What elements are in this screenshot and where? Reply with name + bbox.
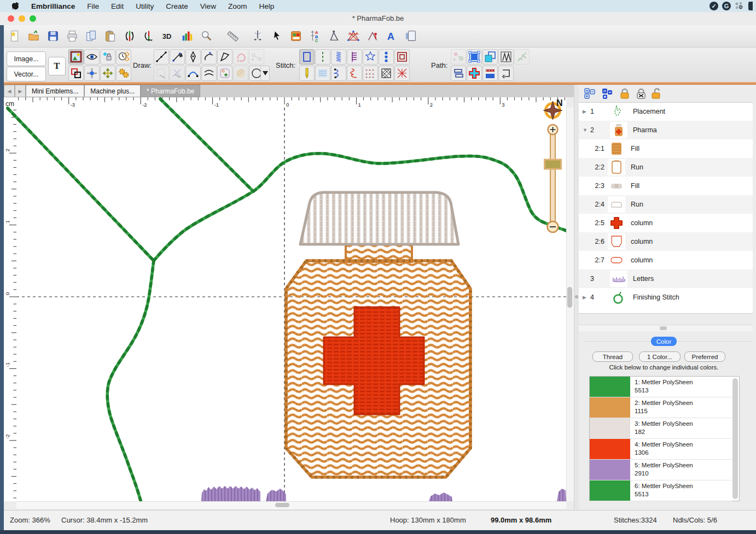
status-clipped-icon[interactable]: [748, 2, 753, 10]
one-color-button[interactable]: 1 Color...: [639, 351, 681, 362]
menu-edit[interactable]: Edit: [111, 2, 124, 10]
canvas-vertical-scroll-thumb[interactable]: [567, 287, 572, 308]
tab-scroll-right-button[interactable]: ▶: [15, 85, 26, 97]
thread-swatch[interactable]: [590, 418, 630, 438]
lettering-button[interactable]: ABC: [307, 28, 323, 44]
duplicate-shape-icon[interactable]: [482, 49, 498, 64]
crosshatch-fill-icon[interactable]: [379, 66, 394, 81]
object-row-2-1[interactable]: 2:1 Fill: [579, 139, 753, 158]
motif-fill-icon[interactable]: + + ++ + ++ + +: [363, 66, 378, 81]
color-file-button[interactable]: [288, 28, 304, 44]
connect-nodes-icon[interactable]: [249, 49, 264, 64]
gears-settings-icon[interactable]: [116, 66, 131, 81]
add-hole-icon[interactable]: [217, 66, 232, 81]
fill-dots-icon[interactable]: [315, 66, 330, 81]
bean-stitch-icon[interactable]: [379, 49, 394, 64]
cross-stitch-icon[interactable]: [394, 66, 410, 81]
design-canvas[interactable]: [16, 108, 566, 501]
image-button[interactable]: Image...: [7, 51, 46, 66]
path-nodes-icon[interactable]: [451, 49, 466, 64]
outline-cross-icon[interactable]: [467, 66, 482, 81]
text-mode-button[interactable]: T: [48, 57, 66, 75]
preferred-button[interactable]: Preferred: [684, 351, 725, 362]
pen-points-icon[interactable]: [170, 49, 185, 64]
menu-create[interactable]: Create: [166, 2, 188, 10]
flip-horizontal-button[interactable]: [122, 28, 137, 44]
blanket-stitch-icon[interactable]: [347, 49, 362, 64]
thread-color-row[interactable]: 4: Mettler PolySheen 1306: [590, 439, 732, 460]
canvas-horizontal-scrollbar[interactable]: [16, 501, 566, 509]
expand-selection-icon[interactable]: [467, 49, 482, 64]
zigzag-path-icon[interactable]: [498, 49, 514, 64]
polygon-tool-icon[interactable]: [217, 49, 232, 64]
print-button[interactable]: [65, 28, 80, 44]
object-row-2-2[interactable]: 2:2 Run: [579, 158, 753, 177]
menu-view[interactable]: View: [200, 2, 216, 10]
thread-swatch[interactable]: [590, 480, 630, 501]
lock-position-icon[interactable]: [100, 49, 115, 64]
object-row-2-3[interactable]: 2:3 Fill: [579, 177, 753, 195]
stitch-points-button[interactable]: [365, 28, 380, 44]
apple-icon[interactable]: [12, 2, 19, 10]
object-row-finishing[interactable]: ▶ 4 Finishing Stitch: [579, 288, 753, 307]
pen-nib-icon[interactable]: [185, 49, 201, 64]
align-rows-icon[interactable]: [451, 66, 466, 81]
vector-button[interactable]: Vector...: [7, 67, 46, 81]
rotate-button[interactable]: [141, 28, 156, 44]
select-cursor-button[interactable]: [269, 28, 284, 44]
disclosure-triangle-icon[interactable]: ▼: [583, 127, 588, 133]
column-stitch-icon[interactable]: [331, 49, 346, 64]
thread-color-row[interactable]: 5: Mettler PolySheen 2910: [590, 460, 732, 480]
color-list-scroll-thumb[interactable]: [732, 378, 738, 499]
color-tab-button[interactable]: Color: [651, 337, 677, 346]
open-button[interactable]: [26, 28, 42, 44]
object-row-2-6[interactable]: 2:6 column: [579, 232, 753, 251]
status-check-icon[interactable]: ✓: [710, 2, 718, 10]
object-row-letters[interactable]: 3 Letters: [579, 269, 753, 288]
motif-star-icon[interactable]: [363, 49, 378, 64]
save-button[interactable]: [45, 28, 61, 44]
line-tool-icon[interactable]: [154, 49, 169, 64]
meander-stitch-icon[interactable]: [347, 66, 362, 81]
lock-closed-icon[interactable]: [618, 87, 631, 100]
curve-tool-icon[interactable]: [185, 66, 201, 81]
thread-button[interactable]: Thread: [592, 351, 633, 362]
menu-utility[interactable]: Utility: [136, 2, 154, 10]
collapse-all-icon[interactable]: [601, 87, 614, 100]
3d-view-button[interactable]: 3D: [160, 28, 176, 44]
mesh-transform-button[interactable]: [346, 28, 361, 44]
object-row-2-5[interactable]: 2:5 column: [579, 214, 753, 232]
thread-swatch[interactable]: [590, 460, 630, 480]
thread-color-row[interactable]: 6: Mettler PolySheen 5513: [590, 480, 732, 501]
thread-swatch[interactable]: [590, 397, 630, 418]
double-curve-icon[interactable]: [201, 66, 217, 81]
tab-pharmafob[interactable]: * PharmaFob.be: [141, 85, 200, 97]
menu-zoom[interactable]: Zoom: [228, 2, 247, 10]
measure-button[interactable]: [225, 28, 241, 44]
arc-tool-icon[interactable]: [201, 49, 217, 64]
applique-icon[interactable]: [394, 49, 410, 64]
magic-wand-icon[interactable]: [154, 66, 169, 81]
stitch-color-chart-button[interactable]: [179, 28, 195, 44]
rotate-hoop-icon[interactable]: [498, 66, 514, 81]
satin-rect-icon[interactable]: [299, 49, 315, 64]
pencil-stitch-icon[interactable]: [299, 66, 315, 81]
squiggle-stitch-icon[interactable]: [331, 66, 346, 81]
zoom-tool-button[interactable]: [199, 28, 214, 44]
lock-x-icon[interactable]: [635, 87, 648, 100]
copy-button[interactable]: [84, 28, 99, 44]
thread-color-row[interactable]: 3: Mettler PolySheen 182: [590, 418, 732, 439]
new-document-button[interactable]: [7, 28, 22, 44]
tab-scroll-left-button[interactable]: ◀: [4, 85, 15, 97]
tab-mini-emblems[interactable]: Mini Emblems...: [26, 85, 84, 97]
center-point-icon[interactable]: [84, 66, 100, 81]
run-stitch-icon[interactable]: [315, 49, 330, 64]
knife-tool-icon[interactable]: [170, 66, 185, 81]
thread-color-row[interactable]: 2: Mettler PolySheen 1115: [590, 397, 732, 418]
time-gears-icon[interactable]: [116, 49, 131, 64]
stitch-editor-button[interactable]: [250, 28, 265, 44]
object-row-pharma[interactable]: ▼ 2 Pharma: [579, 121, 753, 139]
status-g-icon[interactable]: G: [722, 2, 731, 10]
object-row-2-7[interactable]: 2:7 column: [579, 251, 753, 269]
object-list-scroll-thumb[interactable]: [660, 326, 667, 330]
